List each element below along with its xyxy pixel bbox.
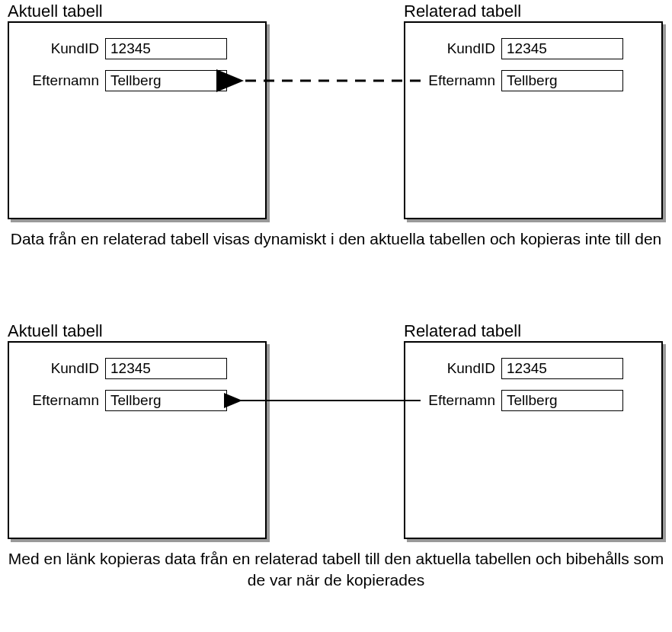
panel-title-current: Aktuell tabell <box>8 2 103 21</box>
field-label-efternamn: Efternamn <box>418 392 501 409</box>
field-row: Efternamn Tellberg <box>418 70 649 91</box>
field-label-kundid: KundID <box>418 360 501 377</box>
diagram-section-dynamic: Aktuell tabell Relaterad tabell KundID 1… <box>0 0 672 274</box>
field-row: Efternamn Tellberg <box>418 390 649 411</box>
field-label-kundid: KundID <box>21 360 105 377</box>
field-row: Efternamn Tellberg <box>21 390 253 411</box>
field-label-efternamn: Efternamn <box>21 392 105 409</box>
panel-current-table: KundID 12345 Efternamn Tellberg <box>8 21 267 219</box>
field-value-kundid: 12345 <box>105 358 227 379</box>
panel-related-table: KundID 12345 Efternamn Tellberg <box>404 21 663 219</box>
field-value-kundid: 12345 <box>501 358 623 379</box>
field-row: KundID 12345 <box>21 358 253 379</box>
field-label-kundid: KundID <box>21 40 105 57</box>
field-row: KundID 12345 <box>21 38 253 59</box>
field-value-efternamn: Tellberg <box>105 70 227 91</box>
panel-related-table: KundID 12345 Efternamn Tellberg <box>404 341 663 539</box>
caption-dynamic: Data från en relaterad tabell visas dyna… <box>0 228 672 250</box>
caption-copy: Med en länk kopieras data från en relate… <box>0 548 672 592</box>
panel-current-table: KundID 12345 Efternamn Tellberg <box>8 341 267 539</box>
panel-title-current: Aktuell tabell <box>8 321 103 341</box>
field-value-kundid: 12345 <box>501 38 623 59</box>
field-value-kundid: 12345 <box>105 38 227 59</box>
field-row: Efternamn Tellberg <box>21 70 253 91</box>
field-row: KundID 12345 <box>418 38 649 59</box>
panel-title-related: Relaterad tabell <box>404 2 521 21</box>
field-label-kundid: KundID <box>418 40 501 57</box>
field-label-efternamn: Efternamn <box>418 72 501 89</box>
field-value-efternamn: Tellberg <box>501 70 623 91</box>
diagram-section-copy: Aktuell tabell Relaterad tabell KundID 1… <box>0 320 672 594</box>
field-value-efternamn: Tellberg <box>105 390 227 411</box>
field-row: KundID 12345 <box>418 358 649 379</box>
field-label-efternamn: Efternamn <box>21 72 105 89</box>
panel-title-related: Relaterad tabell <box>404 321 521 341</box>
field-value-efternamn: Tellberg <box>501 390 623 411</box>
